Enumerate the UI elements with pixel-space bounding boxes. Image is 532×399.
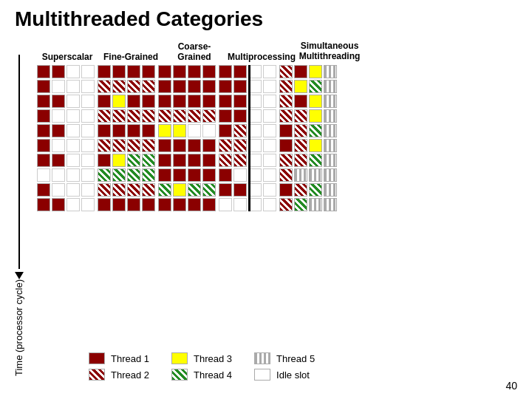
time-axis-label: Time (processor cycle) [13, 279, 24, 376]
legend-label-idle: Idle slot [276, 369, 310, 381]
legend-label-t4: Thread 4 [194, 369, 232, 381]
legend-box-idle [254, 369, 270, 381]
legend-thread3: Thread 3 [171, 352, 232, 364]
cat-coarse-grained: Coarse-Grained [164, 41, 225, 62]
legend-col-3: Thread 5 Idle slot [254, 352, 315, 381]
grid-multiprocessing [219, 65, 276, 211]
page-title: Multithreaded Categories [15, 7, 517, 31]
grid-coarse-grained [158, 65, 216, 211]
cat-fine-grained: Fine-Grained [100, 52, 161, 62]
legend-label-t1: Thread 1 [111, 353, 149, 364]
legend-label-t5: Thread 5 [276, 353, 315, 364]
legend-box-t3 [171, 352, 188, 364]
legend-box-t4 [171, 369, 188, 381]
legend-col-2: Thread 3 Thread 4 [171, 352, 232, 381]
mp-divider [248, 65, 250, 211]
main-content: Superscalar Fine-Grained Coarse-Grained … [37, 41, 525, 211]
cat-multiprocessing: Multiprocessing [228, 52, 288, 62]
legend-thread1: Thread 1 [89, 352, 149, 364]
legend-thread4: Thread 4 [171, 369, 232, 381]
legend-idle: Idle slot [254, 369, 315, 381]
grid-simultaneous [279, 65, 337, 211]
legend-col-1: Thread 1 Thread 2 [89, 352, 149, 381]
page-number: 40 [505, 380, 517, 392]
legend-box-t2 [89, 369, 105, 381]
grid-fine-grained [98, 65, 155, 211]
legend-label-t2: Thread 2 [111, 369, 149, 381]
legend-thread2: Thread 2 [89, 369, 149, 381]
time-axis: Time (processor cycle) [13, 52, 24, 376]
legend-label-t3: Thread 3 [194, 353, 232, 364]
legend-thread5: Thread 5 [254, 352, 315, 364]
legend-box-t5 [254, 352, 270, 364]
grids-row [37, 65, 525, 211]
legend-box-t1 [89, 352, 105, 364]
cat-superscalar: Superscalar [37, 52, 98, 62]
page: Multithreaded Categories Time (processor… [0, 0, 532, 399]
grid-superscalar [37, 65, 95, 211]
cat-simultaneous: SimultaneousMultithreading [291, 41, 368, 62]
legend: Thread 1 Thread 2 Thread 3 Thread 4 Thre… [89, 352, 315, 381]
